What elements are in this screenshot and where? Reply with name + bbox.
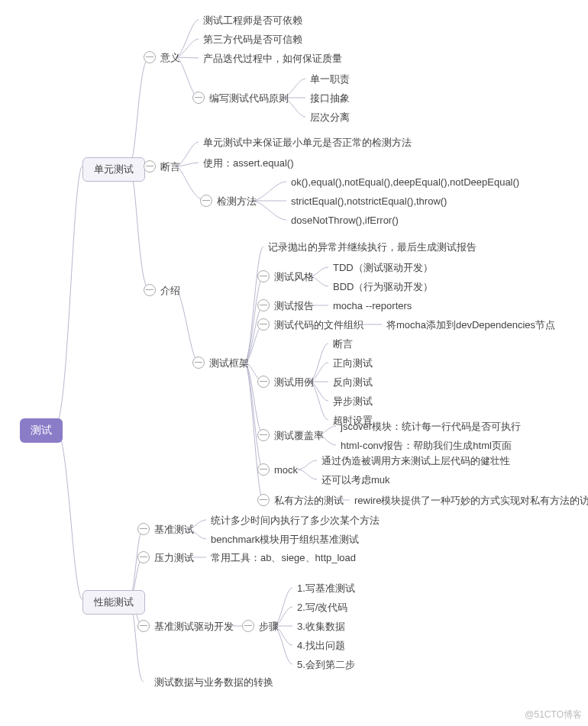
- leaf-st1: 常用工具：ab、siege、http_load: [206, 550, 360, 566]
- leaf-p2: 接口抽象: [305, 90, 354, 107]
- leaf-m3: 产品迭代过程中，如何保证质量: [199, 50, 347, 67]
- leaf-m1: 测试工程师是否可依赖: [199, 12, 307, 29]
- leaf-d3: doseNotThrow(),ifError(): [286, 212, 403, 229]
- node-steps[interactable]: 步骤: [254, 618, 283, 635]
- toggle-icon[interactable]: —: [144, 160, 156, 173]
- leaf-u3: 反向测试: [328, 374, 377, 391]
- leaf-fo1: 将mocha添加到devDependencies节点: [382, 317, 560, 334]
- leaf-mk2: 还可以考虑muk: [317, 472, 395, 489]
- node-coverage[interactable]: 测试覆盖率: [270, 428, 328, 444]
- leaf-u1: 断言: [328, 336, 357, 353]
- leaf-sp5: 5.会到第二步: [292, 657, 360, 673]
- leaf-sp2: 2.写/改代码: [292, 599, 352, 616]
- leaf-b2: benchmark模块用于组织基准测试: [206, 531, 363, 548]
- toggle-icon[interactable]: —: [257, 299, 270, 311]
- node-perf-test[interactable]: 性能测试: [82, 590, 145, 615]
- node-detect[interactable]: 检测方法: [212, 193, 261, 210]
- leaf-m2: 第三方代码是否可信赖: [199, 31, 307, 48]
- leaf-b1: 统计多少时间内执行了多少次某个方法: [206, 512, 384, 529]
- toggle-icon[interactable]: —: [192, 357, 205, 369]
- leaf-f1: 记录抛出的异常并继续执行，最后生成测试报告: [263, 239, 481, 256]
- leaf-r1: mocha --reporters: [328, 298, 416, 315]
- toggle-icon[interactable]: —: [144, 51, 156, 63]
- leaf-u4: 异步测试: [328, 393, 377, 410]
- node-convert: 测试数据与业务数据的转换: [150, 674, 278, 691]
- node-principle[interactable]: 编写测试代码原则: [205, 90, 293, 107]
- node-style[interactable]: 测试风格: [270, 269, 318, 286]
- toggle-icon[interactable]: —: [137, 523, 150, 535]
- leaf-p1: 单一职责: [305, 71, 354, 88]
- toggle-icon[interactable]: —: [137, 551, 150, 563]
- node-usecase[interactable]: 测试用例: [270, 374, 318, 391]
- leaf-s1: TDD（测试驱动开发）: [328, 260, 438, 276]
- leaf-pr1: rewire模块提供了一种巧妙的方式实现对私有方法的访问: [350, 492, 588, 509]
- root-node[interactable]: 测试: [20, 418, 63, 443]
- leaf-sp4: 4.找出问题: [292, 637, 350, 654]
- toggle-icon[interactable]: —: [257, 318, 270, 331]
- node-private[interactable]: 私有方法的测试: [270, 492, 348, 509]
- toggle-icon[interactable]: —: [242, 620, 254, 632]
- toggle-icon[interactable]: —: [137, 620, 150, 632]
- node-stress[interactable]: 压力测试: [150, 550, 199, 566]
- toggle-icon[interactable]: —: [257, 429, 270, 441]
- node-intro[interactable]: 介绍: [156, 282, 185, 299]
- leaf-c1: jscover模块：统计每一行代码是否可执行: [336, 418, 525, 435]
- leaf-d2: strictEqual(),notstrictEqual(),throw(): [286, 193, 451, 210]
- node-benchdrive[interactable]: 基准测试驱动开发: [150, 618, 238, 635]
- toggle-icon[interactable]: —: [192, 92, 205, 104]
- toggle-icon[interactable]: —: [257, 270, 270, 282]
- leaf-c2: html-conv报告：帮助我们生成html页面: [336, 437, 516, 454]
- connector-layer: [0, 0, 588, 726]
- node-mock[interactable]: mock: [270, 462, 302, 479]
- node-assert[interactable]: 断言: [156, 159, 185, 176]
- leaf-s2: BDD（行为驱动开发）: [328, 279, 438, 295]
- leaf-u2: 正向测试: [328, 355, 377, 372]
- leaf-mk1: 通过伪造被调用方来测试上层代码的健壮性: [317, 453, 515, 469]
- toggle-icon[interactable]: —: [257, 494, 270, 506]
- node-fileorg[interactable]: 测试代码的文件组织: [270, 317, 368, 334]
- node-unit-test[interactable]: 单元测试: [82, 157, 145, 182]
- node-report[interactable]: 测试报告: [270, 298, 318, 315]
- watermark: @51CTO博客: [525, 708, 582, 721]
- toggle-icon[interactable]: —: [200, 195, 212, 207]
- toggle-icon[interactable]: —: [257, 376, 270, 388]
- leaf-a1: 单元测试中来保证最小单元是否正常的检测方法: [199, 134, 416, 151]
- toggle-icon[interactable]: —: [257, 463, 270, 476]
- node-meaning[interactable]: 意义: [156, 50, 185, 66]
- leaf-sp1: 1.写基准测试: [292, 580, 360, 597]
- toggle-icon[interactable]: —: [144, 284, 156, 296]
- node-bench[interactable]: 基准测试: [150, 521, 199, 538]
- leaf-sp3: 3.收集数据: [292, 618, 350, 635]
- leaf-a2: 使用：assert.equal(): [199, 155, 298, 172]
- leaf-p3: 层次分离: [305, 109, 354, 126]
- node-framework[interactable]: 测试框架: [205, 355, 254, 372]
- leaf-d1: ok(),equal(),notEqual(),deepEqual(),notD…: [286, 174, 524, 191]
